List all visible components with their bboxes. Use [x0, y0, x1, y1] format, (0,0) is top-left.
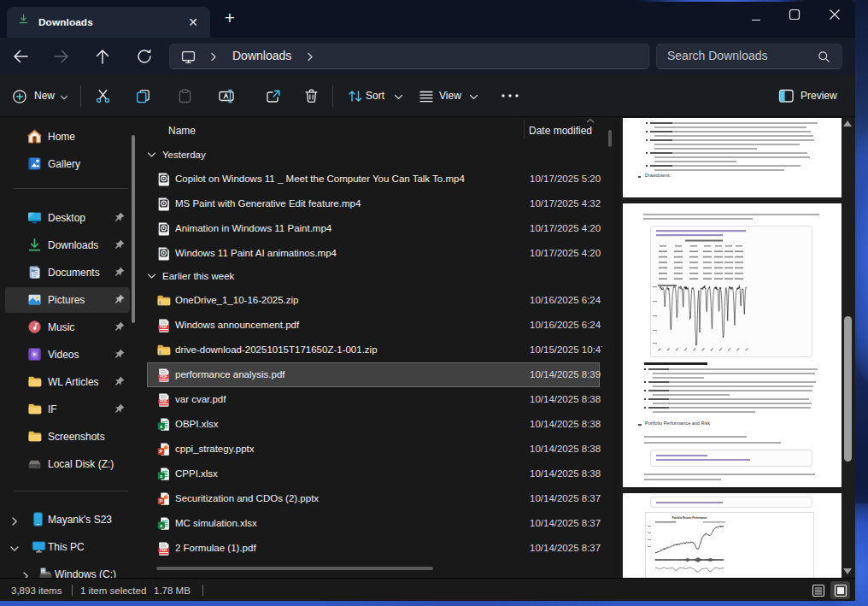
svg-text:Portfolio Returns Performance: Portfolio Returns Performance [672, 516, 707, 520]
svg-text:PDF: PDF [160, 548, 167, 552]
svg-text:PDF: PDF [160, 374, 167, 379]
svg-text:P: P [160, 449, 163, 454]
svg-text:PDF: PDF [160, 399, 167, 403]
svg-text:PDF: PDF [160, 325, 167, 329]
svg-text:P: P [160, 498, 163, 503]
